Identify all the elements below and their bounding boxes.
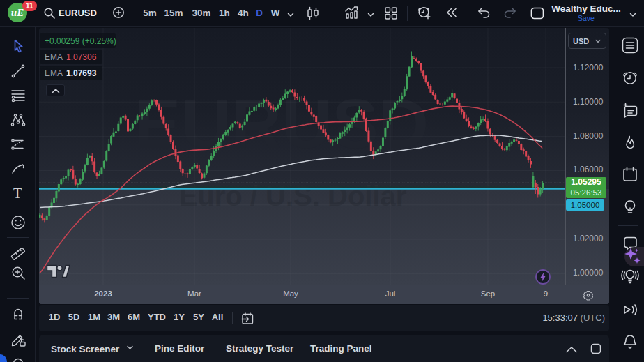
svg-text:Euro / U.S. Dollar: Euro / U.S. Dollar: [179, 181, 407, 211]
svg-text:EURUSD: EURUSD: [135, 84, 429, 163]
